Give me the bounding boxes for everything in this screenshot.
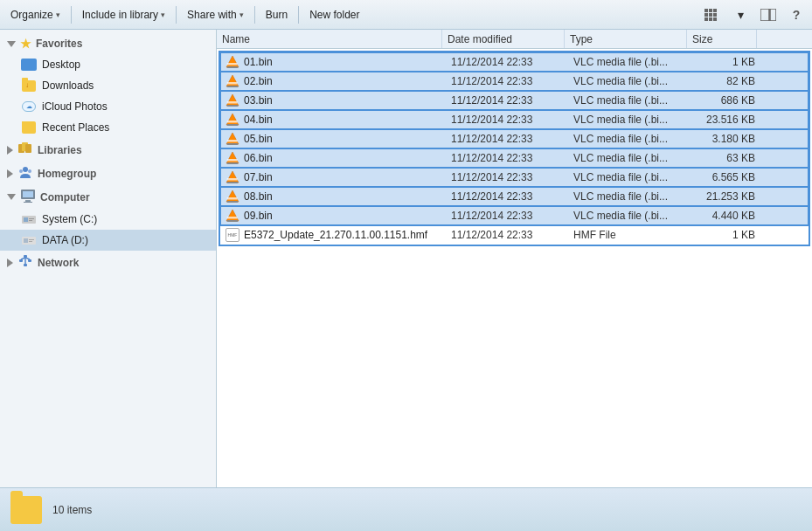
svg-rect-55 [227,143,239,145]
preview-pane-button[interactable] [756,3,781,26]
new-folder-button[interactable]: New folder [302,6,366,24]
toolbar-separator-3 [254,6,255,24]
file-name-text: 06.bin [244,152,273,164]
share-with-button[interactable]: Share with ▾ [180,6,251,24]
view-chevron-icon: ▾ [738,8,744,22]
sidebar-item-downloads-label: Downloads [42,79,94,92]
network-label: Network [38,257,79,269]
table-row[interactable]: 02.bin11/12/2014 22:33VLC media file (.b… [220,72,809,91]
libraries-section[interactable]: Libraries [0,138,216,162]
burn-button[interactable]: Burn [259,6,295,24]
svg-rect-24 [29,220,32,221]
file-type-cell: VLC media file (.bi... [568,133,691,145]
toolbar-separator-4 [298,6,299,24]
file-type-cell: VLC media file (.bi... [568,190,691,203]
file-size-cell: 1 KB [691,56,760,68]
col-header-date[interactable]: Date modified [442,30,565,48]
svg-rect-2 [713,9,717,12]
svg-rect-9 [760,9,769,21]
col-header-name[interactable]: Name [217,30,442,48]
file-name-text: 05.bin [244,133,273,145]
favorites-expand-icon [7,41,16,47]
table-row[interactable]: 03.bin11/12/2014 22:33VLC media file (.b… [220,91,809,110]
table-row[interactable]: 06.bin11/12/2014 22:33VLC media file (.b… [220,148,809,168]
table-row[interactable]: HMFE5372_Update_21.270.11.00.1151.hmf11/… [220,225,809,245]
help-button[interactable]: ? [784,3,809,26]
file-name-text: 01.bin [244,56,273,68]
svg-rect-29 [24,255,27,258]
svg-marker-52 [226,133,239,144]
vlc-icon [226,93,239,107]
file-type-cell: VLC media file (.bi... [568,171,691,183]
file-name-cell: 09.bin [220,209,446,223]
svg-point-15 [28,169,31,173]
computer-section[interactable]: Computer [0,185,216,209]
file-size-cell: 21.253 KB [691,190,760,203]
view-grid-icon [704,9,720,21]
svg-rect-1 [709,9,712,12]
file-type-cell: HMF File [568,229,691,241]
col-header-size[interactable]: Size [687,30,757,48]
network-section[interactable]: Network [0,251,216,274]
share-with-chevron-icon: ▾ [239,10,244,19]
libraries-label: Libraries [38,144,82,156]
svg-rect-30 [19,259,23,262]
svg-rect-70 [227,217,238,219]
table-row[interactable]: 08.bin11/12/2014 22:33VLC media file (.b… [220,187,809,206]
svg-rect-5 [713,13,717,17]
table-row[interactable]: 05.bin11/12/2014 22:33VLC media file (.b… [220,129,809,148]
vlc-icon [226,74,239,88]
table-row[interactable]: 09.bin11/12/2014 22:33VLC media file (.b… [220,206,809,225]
favorites-star-icon: ★ [20,37,31,51]
svg-rect-71 [227,220,239,222]
preview-icon [760,9,776,21]
status-bar: 10 items [0,487,812,531]
file-type-cell: VLC media file (.bi... [568,56,691,68]
file-size-cell: 686 KB [691,94,760,107]
file-type-cell: VLC media file (.bi... [568,94,691,107]
svg-rect-28 [29,241,32,242]
status-folder-icon [10,496,42,524]
include-library-chevron-icon: ▾ [161,10,165,19]
include-library-button[interactable]: Include in library ▾ [75,6,172,24]
file-size-cell: 3.180 KB [691,133,760,145]
sidebar-item-data-d[interactable]: DATA (D:) [0,230,216,251]
hmf-icon: HMF [226,228,239,242]
file-size-cell: 1 KB [691,229,760,241]
file-name-cell: HMFE5372_Update_21.270.11.00.1151.hmf [220,228,446,242]
view-options-button[interactable] [700,3,725,26]
col-header-type[interactable]: Type [565,30,687,48]
view-chevron-button[interactable]: ▾ [728,3,753,26]
favorites-label: Favorites [36,38,82,50]
vlc-icon [226,209,239,223]
vlc-icon [226,113,239,127]
file-date-cell: 11/12/2014 22:33 [446,229,568,241]
sidebar-item-recent[interactable]: Recent Places [0,117,216,138]
homegroup-section[interactable]: Homegroup [0,162,216,185]
svg-rect-58 [227,159,238,162]
svg-rect-54 [227,140,238,142]
file-name-cell: 01.bin [220,55,446,69]
computer-icon [20,189,36,205]
file-name-text: 04.bin [244,114,273,126]
organize-button[interactable]: Organize ▾ [3,6,67,24]
svg-rect-18 [23,191,33,197]
file-list[interactable]: 01.bin11/12/2014 22:33VLC media file (.b… [217,49,812,487]
sidebar-item-desktop[interactable]: Desktop [0,54,216,75]
sidebar-item-system-c[interactable]: System (C:) [0,209,216,230]
table-row[interactable]: 04.bin11/12/2014 22:33VLC media file (.b… [220,110,809,129]
svg-rect-3 [704,13,708,17]
file-size-cell: 4.440 KB [691,210,760,222]
file-size-cell: 82 KB [691,75,760,87]
content-area: Name Date modified Type Size 01.bin11/12… [217,30,812,487]
sidebar-item-icloud[interactable]: ☁ iCloud Photos [0,96,216,117]
table-row[interactable]: 07.bin11/12/2014 22:33VLC media file (.b… [220,168,809,187]
favorites-section[interactable]: ★ Favorites [0,33,216,54]
sidebar-item-downloads[interactable]: Downloads [0,75,216,96]
homegroup-label: Homegroup [38,168,96,180]
data-d-icon [21,232,37,248]
file-size-cell: 23.516 KB [691,114,760,126]
file-date-cell: 11/12/2014 22:33 [446,56,568,68]
file-date-cell: 11/12/2014 22:33 [446,114,568,126]
table-row[interactable]: 01.bin11/12/2014 22:33VLC media file (.b… [220,52,809,72]
